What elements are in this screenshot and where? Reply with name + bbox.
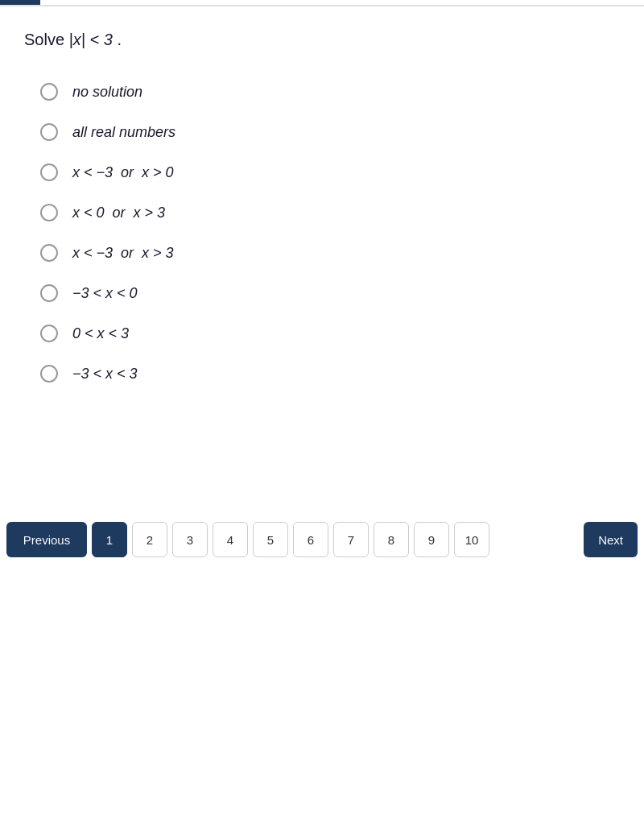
option-6[interactable]: −3 < x < 0 xyxy=(24,273,620,313)
option-label-8: −3 < x < 3 xyxy=(72,366,138,383)
question-container: Solve |x| < 3 . no solution all real num… xyxy=(0,6,644,410)
page-btn-5[interactable]: 5 xyxy=(253,522,288,557)
options-list: no solution all real numbers x < −3 or x… xyxy=(24,72,620,394)
option-4[interactable]: x < 0 or x > 3 xyxy=(24,192,620,233)
option-1[interactable]: no solution xyxy=(24,72,620,112)
option-label-2: all real numbers xyxy=(72,124,175,141)
radio-2[interactable] xyxy=(40,123,58,141)
page-btn-1[interactable]: 1 xyxy=(92,522,127,557)
radio-1[interactable] xyxy=(40,83,58,101)
radio-4[interactable] xyxy=(40,204,58,221)
next-button[interactable]: Next xyxy=(584,522,638,557)
option-3[interactable]: x < −3 or x > 0 xyxy=(24,152,620,192)
page-btn-9[interactable]: 9 xyxy=(414,522,449,557)
radio-6[interactable] xyxy=(40,284,58,302)
option-8[interactable]: −3 < x < 3 xyxy=(24,354,620,394)
question-expression: |x| < 3 xyxy=(69,31,113,48)
page-btn-7[interactable]: 7 xyxy=(333,522,369,557)
prev-button[interactable]: Previous xyxy=(6,522,87,557)
page-btn-8[interactable]: 8 xyxy=(374,522,409,557)
option-label-3: x < −3 or x > 0 xyxy=(72,164,174,181)
page-btn-6[interactable]: 6 xyxy=(293,522,328,557)
page-btn-2[interactable]: 2 xyxy=(132,522,167,557)
option-label-7: 0 < x < 3 xyxy=(72,325,129,342)
radio-5[interactable] xyxy=(40,244,58,262)
radio-7[interactable] xyxy=(40,325,58,342)
page-btn-10[interactable]: 10 xyxy=(454,522,489,557)
option-label-5: x < −3 or x > 3 xyxy=(72,245,174,262)
radio-8[interactable] xyxy=(40,365,58,383)
option-7[interactable]: 0 < x < 3 xyxy=(24,313,620,354)
option-label-1: no solution xyxy=(72,84,142,101)
option-label-6: −3 < x < 0 xyxy=(72,285,138,302)
option-2[interactable]: all real numbers xyxy=(24,112,620,152)
option-5[interactable]: x < −3 or x > 3 xyxy=(24,233,620,273)
pagination: Previous 1 2 3 4 5 6 7 8 9 10 Next xyxy=(0,514,644,565)
option-label-4: x < 0 or x > 3 xyxy=(72,205,165,221)
question-text: Solve |x| < 3 . xyxy=(24,31,620,49)
page-btn-4[interactable]: 4 xyxy=(213,522,248,557)
page-btn-3[interactable]: 3 xyxy=(172,522,208,557)
radio-3[interactable] xyxy=(40,163,58,181)
